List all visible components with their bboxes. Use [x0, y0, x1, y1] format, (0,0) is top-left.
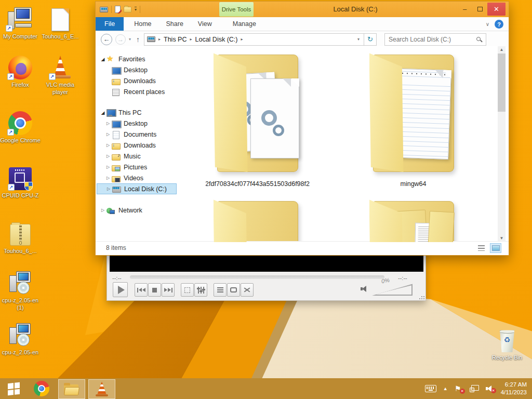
tab-share[interactable]: Share: [159, 17, 191, 31]
sidebar-item-documents[interactable]: ▷Documents: [97, 129, 177, 140]
vlc-stop-button[interactable]: [148, 283, 161, 297]
sidebar-item-network[interactable]: ▷Network: [97, 205, 177, 216]
breadcrumb-local-disk[interactable]: Local Disk (C:): [195, 36, 238, 43]
up-button[interactable]: ↑: [136, 35, 140, 44]
collapsed-arrow-icon[interactable]: ▷: [104, 154, 112, 158]
drive-icon[interactable]: [100, 7, 108, 12]
tab-file[interactable]: File: [96, 17, 124, 31]
recent-places-icon: [112, 88, 120, 96]
details-view-button[interactable]: [475, 243, 487, 253]
vlc-previous-button[interactable]: [135, 283, 148, 297]
sidebar-item-music[interactable]: ▷Music: [97, 151, 177, 162]
maximize-button[interactable]: [472, 3, 487, 16]
desktop-icon-cpuz[interactable]: ↗ CPUID CPU-Z: [0, 164, 41, 199]
collapsed-arrow-icon[interactable]: ▷: [104, 165, 112, 169]
collapsed-arrow-icon[interactable]: ▷: [104, 132, 112, 137]
vlc-next-button[interactable]: [162, 283, 175, 297]
desktop-icon-cpuz-installer-1[interactable]: cpu-z_2.05-en (1): [0, 269, 41, 311]
folder-tile-mingw64[interactable]: mingw64: [363, 49, 464, 188]
desktop-icon-touhou-doc[interactable]: Touhou_6_E...: [40, 5, 81, 40]
close-button[interactable]: ✕: [487, 3, 506, 16]
folder-tile-2fdf70834[interactable]: 2fdf70834cf077f443a551503d6f98f2: [207, 49, 308, 188]
sidebar-item-downloads[interactable]: Downloads: [97, 75, 177, 86]
volume-muted-icon[interactable]: ✕: [486, 385, 494, 392]
taskbar-explorer-button[interactable]: [58, 379, 85, 399]
address-dropdown-icon[interactable]: ▾: [357, 37, 360, 42]
breadcrumb-separator-icon: ▸: [190, 37, 192, 42]
collapsed-arrow-icon[interactable]: ▷: [99, 208, 107, 212]
sidebar-item-pc-desktop[interactable]: ▷Desktop: [97, 118, 177, 129]
collapsed-arrow-icon[interactable]: ▷: [104, 121, 112, 126]
customize-toolbar-icon[interactable]: ▾: [135, 7, 137, 12]
network-icon: [107, 206, 115, 215]
sidebar-item-videos[interactable]: ▷Videos: [97, 172, 177, 183]
desktop-icon-cpuz-installer-2[interactable]: cpu-z_2.05-en: [0, 321, 41, 356]
vlc-volume-slider[interactable]: [372, 284, 413, 296]
scrollbar-thumb[interactable]: [498, 54, 506, 112]
search-input[interactable]: [385, 36, 472, 43]
folder-tile-partial-1[interactable]: [207, 196, 308, 242]
vlc-total-time: --:--: [398, 275, 407, 281]
drive-icon: [147, 36, 155, 42]
vlc-play-button[interactable]: [113, 282, 128, 297]
collapsed-arrow-icon[interactable]: ▷: [104, 143, 112, 148]
drive-tools-contextual-tab[interactable]: Drive Tools: [219, 2, 254, 17]
desktop-icon-my-computer[interactable]: ↗ My Computer: [0, 5, 41, 40]
sidebar-item-local-disk-c[interactable]: ▷Local Disk (C:): [97, 183, 177, 194]
vlc-seek-bar[interactable]: [130, 275, 384, 279]
sidebar-item-desktop[interactable]: Desktop: [97, 64, 177, 75]
help-icon[interactable]: ?: [495, 20, 503, 29]
desktop-icon-firefox[interactable]: ↗ Firefox: [0, 54, 41, 88]
action-center-flag-icon[interactable]: ⚑✕: [455, 384, 463, 393]
tab-view[interactable]: View: [191, 17, 219, 31]
taskbar-vlc-button[interactable]: [88, 379, 115, 399]
collapsed-arrow-icon[interactable]: ▷: [105, 187, 112, 191]
touch-keyboard-icon[interactable]: [425, 385, 436, 392]
sidebar-item-favorites[interactable]: ◢Favorites: [97, 54, 177, 64]
scroll-up-icon[interactable]: ▲: [498, 46, 506, 54]
back-button[interactable]: ←: [101, 34, 112, 45]
sidebar-item-pc-downloads[interactable]: ▷Downloads: [97, 140, 177, 151]
history-dropdown-icon[interactable]: ▾: [129, 37, 131, 42]
vlc-shuffle-button[interactable]: [241, 283, 254, 297]
forward-button[interactable]: →: [115, 34, 126, 45]
collapsed-arrow-icon[interactable]: ▷: [104, 176, 112, 180]
sidebar-item-pictures[interactable]: ▷Pictures: [97, 162, 177, 172]
vlc-fullscreen-button[interactable]: [181, 283, 194, 297]
new-folder-icon[interactable]: [124, 7, 131, 12]
folder-view: 2fdf70834cf077f443a551503d6f98f2 mingw64: [206, 46, 498, 242]
tab-home[interactable]: Home: [127, 17, 158, 31]
breadcrumb-this-pc[interactable]: This PC: [164, 36, 187, 43]
vlc-loop-button[interactable]: [227, 283, 240, 297]
show-hidden-icons-icon[interactable]: ▲: [443, 386, 448, 391]
title-bar[interactable]: ▾ Drive Tools Local Disk (C:) – ✕: [96, 2, 509, 17]
vlc-equalizer-button[interactable]: [194, 283, 207, 297]
network-icon[interactable]: [470, 385, 479, 392]
taskbar-chrome-button[interactable]: [27, 378, 56, 399]
folder-tile-partial-2[interactable]: [363, 196, 464, 242]
vertical-scrollbar[interactable]: ▲ ▼: [498, 46, 506, 242]
vlc-playlist-button[interactable]: [214, 283, 227, 297]
breadcrumb[interactable]: ▸ This PC ▸ Local Disk (C:) ▸ ▾: [144, 33, 364, 46]
sidebar-item-recent-places[interactable]: Recent places: [97, 86, 177, 97]
tab-manage[interactable]: Manage: [225, 17, 263, 31]
desktop-icon-touhou-zip[interactable]: Touhou_6_...: [0, 220, 41, 255]
properties-icon[interactable]: [115, 6, 121, 13]
folder-icon: [211, 49, 304, 178]
search-box[interactable]: [384, 33, 486, 46]
expanded-arrow-icon[interactable]: ◢: [99, 110, 107, 115]
sidebar-item-this-pc[interactable]: ◢This PC: [97, 107, 177, 118]
minimize-ribbon-icon[interactable]: ∨: [486, 21, 489, 27]
large-icons-view-button[interactable]: [490, 243, 501, 253]
desktop-icon-chrome[interactable]: ↗ Google Chrome: [0, 109, 41, 144]
start-button[interactable]: [0, 378, 27, 399]
vlc-resize-grip[interactable]: [421, 296, 422, 297]
desktop-icon-vlc[interactable]: ↗ VLC media player: [40, 54, 81, 96]
desktop-icon-recycle-bin[interactable]: ♻ Recycle Bin: [487, 326, 527, 361]
refresh-button[interactable]: ↻: [364, 33, 377, 46]
favorites-star-icon: [107, 55, 115, 63]
expanded-arrow-icon[interactable]: ◢: [99, 57, 107, 62]
vlc-mute-icon[interactable]: [361, 285, 367, 292]
minimize-button[interactable]: –: [457, 3, 472, 16]
taskbar-clock[interactable]: 6:27 AM 4/11/2023: [501, 381, 527, 396]
